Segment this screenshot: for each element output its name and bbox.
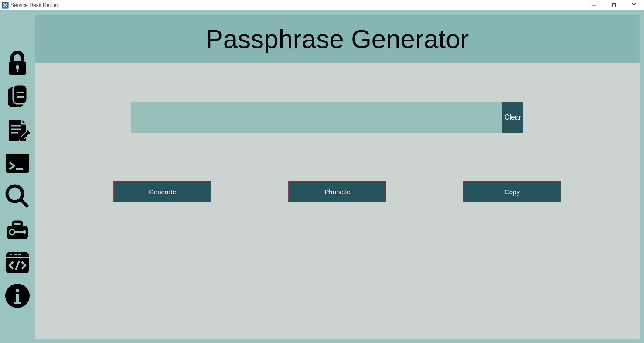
minimize-button[interactable] — [584, 0, 604, 10]
header-banner: Passphrase Generator — [35, 15, 640, 63]
passphrase-row: Clear — [131, 102, 523, 133]
toolbox-icon[interactable] — [3, 216, 31, 244]
main-panel: Passphrase Generator Clear Generate Phon… — [35, 15, 640, 339]
svg-rect-26 — [6, 252, 29, 273]
content-area: Clear Generate Phonetic Copy — [35, 63, 640, 339]
svg-point-19 — [7, 186, 23, 202]
close-button[interactable] — [624, 0, 644, 10]
passphrase-input[interactable] — [131, 102, 502, 133]
sidebar — [0, 10, 35, 343]
search-icon[interactable] — [3, 182, 31, 210]
svg-rect-2 — [613, 3, 616, 7]
action-button-row: Generate Phonetic Copy — [87, 181, 587, 202]
generate-button[interactable]: Generate — [113, 181, 211, 202]
info-icon[interactable] — [3, 282, 31, 310]
svg-rect-7 — [17, 68, 18, 72]
svg-rect-22 — [13, 222, 22, 226]
clipboard-icon[interactable] — [3, 83, 31, 111]
lock-icon[interactable] — [3, 50, 31, 78]
svg-line-20 — [21, 200, 28, 207]
edit-note-icon[interactable] — [3, 116, 31, 144]
code-icon[interactable] — [3, 249, 31, 277]
svg-rect-16 — [6, 154, 29, 158]
page-title: Passphrase Generator — [206, 24, 469, 54]
window-titlebar: Service Desk Helper — [0, 0, 644, 10]
copy-button[interactable]: Copy — [463, 181, 561, 202]
svg-point-25 — [23, 230, 26, 234]
clear-button[interactable]: Clear — [502, 102, 523, 133]
app-icon — [2, 2, 9, 9]
window-title: Service Desk Helper — [10, 2, 58, 8]
phonetic-button[interactable]: Phonetic — [288, 181, 386, 202]
app-body: Passphrase Generator Clear Generate Phon… — [0, 10, 644, 343]
svg-point-33 — [16, 289, 19, 292]
window-controls — [584, 0, 644, 10]
svg-rect-9 — [13, 85, 27, 104]
terminal-icon[interactable] — [3, 149, 31, 177]
titlebar-left: Service Desk Helper — [2, 2, 58, 9]
maximize-button[interactable] — [604, 0, 624, 10]
